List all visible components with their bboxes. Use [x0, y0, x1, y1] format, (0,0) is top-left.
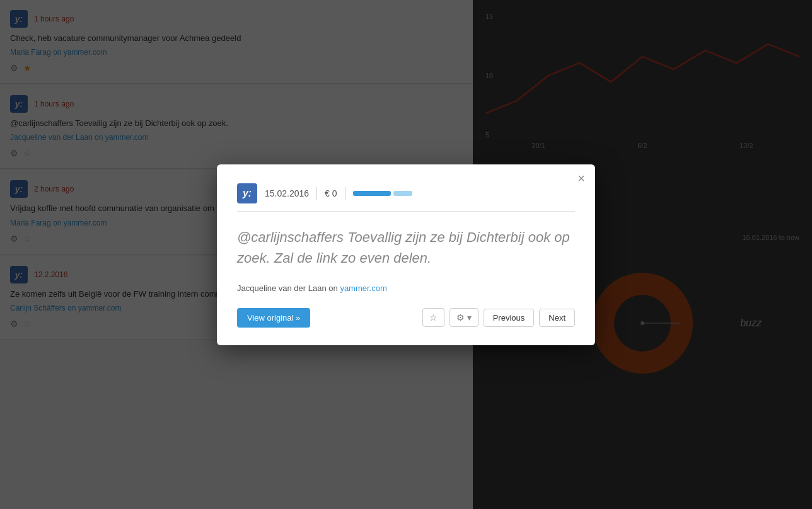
star-button[interactable]: ☆: [422, 308, 444, 327]
modal-overlay: × y: 15.02.2016 € 0 @carlijnschaffers To…: [0, 0, 812, 509]
modal-header: y: 15.02.2016 € 0: [237, 183, 575, 212]
progress-bar-segment-1: [353, 191, 391, 196]
modal-author: Jacqueline van der Laan on yammer.com: [237, 283, 575, 293]
modal-content-text: @carlijnschaffers Toevallig zijn ze bij …: [237, 227, 575, 268]
previous-button[interactable]: Previous: [484, 309, 535, 327]
modal-actions: ☆ ⚙ ▾ Previous Next: [422, 308, 575, 327]
modal-euro-amount: € 0: [325, 188, 337, 198]
close-button[interactable]: ×: [577, 172, 585, 185]
modal-footer: View original » ☆ ⚙ ▾ Previous Next: [237, 308, 575, 328]
progress-bar-segment-2: [393, 191, 412, 196]
author-name: Jacqueline van der Laan: [237, 283, 327, 293]
author-link[interactable]: yammer.com: [340, 283, 386, 293]
author-on-label: on: [328, 283, 340, 293]
gear-dropdown-button[interactable]: ⚙ ▾: [450, 308, 478, 327]
view-original-button[interactable]: View original »: [237, 308, 310, 328]
modal-progress-bar: [353, 191, 412, 196]
modal-dialog: × y: 15.02.2016 € 0 @carlijnschaffers To…: [217, 164, 595, 345]
next-button[interactable]: Next: [539, 309, 575, 327]
header-divider: [316, 187, 317, 200]
header-divider-2: [345, 187, 345, 200]
modal-yammer-logo: y:: [237, 183, 257, 203]
modal-date: 15.02.2016: [265, 188, 309, 198]
